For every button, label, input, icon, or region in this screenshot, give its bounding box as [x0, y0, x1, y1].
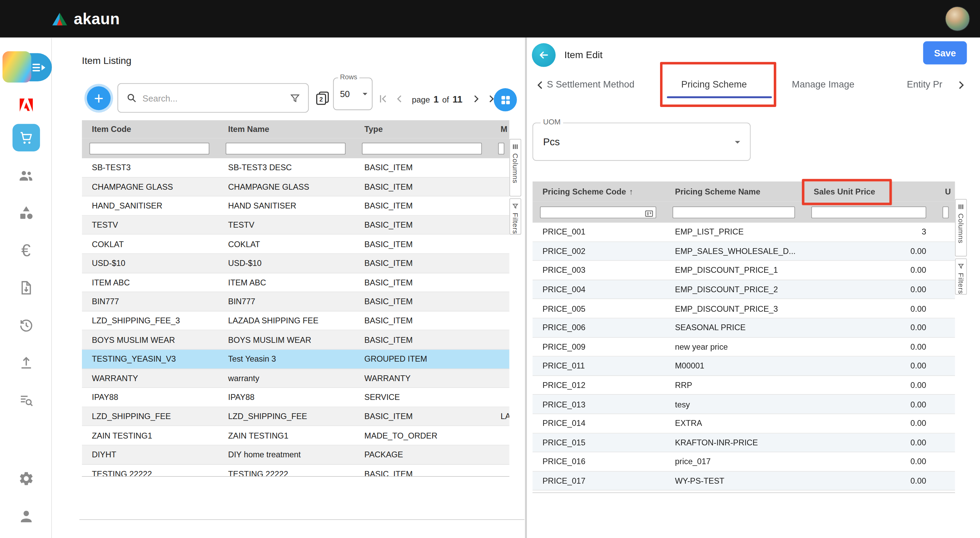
tabs-scroll-right-button[interactable] [955, 78, 968, 94]
tab-entity-pricing[interactable]: Entity Pr [907, 79, 942, 89]
table-row[interactable]: TESTVTESTVBASIC_ITEM [82, 216, 509, 235]
cell-name: ITEM ABC [218, 278, 355, 287]
sidebar-item-products[interactable] [0, 205, 52, 221]
table-row[interactable]: SB-TEST3SB-TEST3 DESCBASIC_ITEM [82, 158, 509, 177]
uom-select[interactable]: UOM Pcs [532, 123, 751, 161]
pagination: page 1 of 11 [375, 90, 500, 108]
next-page-button[interactable] [468, 91, 484, 106]
table-row[interactable]: USD-$10USD-$10BASIC_ITEM [82, 254, 509, 273]
table-row[interactable]: LZD_SHIPPING_FEE_3LAZADA SHIPPING FEEBAS… [82, 311, 509, 330]
table-row[interactable]: WARRANTYwarrantyWARRANTY [82, 369, 509, 388]
table-row[interactable]: PRICE_012RRP0.00 [532, 376, 955, 395]
filter-item-code-input[interactable] [89, 142, 209, 154]
table-row[interactable]: PRICE_005EMP_DISCOUNT_PRICE_30.00 [532, 299, 955, 319]
back-button[interactable] [532, 43, 556, 67]
save-button[interactable]: Save [923, 42, 967, 65]
sidebar-item-audit[interactable] [0, 393, 52, 409]
first-page-button[interactable] [375, 91, 391, 106]
sidebar-item-pos[interactable] [0, 124, 52, 152]
column-header-sales-unit-price[interactable]: Sales Unit Price [804, 187, 935, 196]
sidebar-item-upload[interactable] [0, 355, 52, 371]
rows-value: 50 [340, 89, 350, 99]
table-row[interactable]: PRICE_002EMP_SALES_WHOLESALE_D...0.00 [532, 242, 955, 261]
prev-page-button[interactable] [392, 91, 407, 106]
table-row[interactable]: PRICE_016price_0170.00 [532, 453, 955, 472]
column-header-type[interactable]: Type [355, 125, 491, 134]
filters-side-tab[interactable]: Filters [955, 259, 967, 295]
screen: akaun [0, 0, 980, 538]
cell-name: warranty [218, 373, 355, 383]
table-row[interactable]: PRICE_017WY-PS-TEST0.00 [532, 472, 955, 491]
cell-code: PRICE_013 [532, 399, 665, 409]
cell-price: 0.00 [804, 399, 935, 409]
contacts-icon [18, 167, 34, 184]
table-row[interactable]: PRICE_011M000010.00 [532, 357, 955, 376]
sidebar-item-adobe[interactable] [0, 96, 52, 115]
add-item-button[interactable]: + [87, 86, 111, 110]
table-row[interactable]: ITEM ABCITEM ABCBASIC_ITEM [82, 273, 509, 292]
table-row[interactable]: LZD_SHIPPING_FEELZD_SHIPPING_FEEBASIC_IT… [82, 407, 509, 426]
filter-scheme-name-input[interactable] [672, 206, 795, 218]
sidebar-item-currency[interactable]: € [0, 242, 52, 260]
table-row[interactable]: DIYHTDIY home treatmentPACKAGE [82, 445, 509, 465]
grid-view-button[interactable] [494, 88, 517, 112]
filter-clipped-input[interactable] [498, 142, 504, 154]
column-header-pricing-scheme-name[interactable]: Pricing Scheme Name [665, 187, 803, 196]
table-row[interactable]: TESTING_YEASIN_V3Test Yeasin 3GROUPED IT… [82, 350, 509, 369]
table-row[interactable]: ZAIN TESTING1ZAIN TESTING1MADE_TO_ORDER [82, 426, 509, 445]
tab-settlement-method[interactable]: S Settlement Method [547, 79, 635, 89]
sidebar-item-contacts[interactable] [0, 167, 52, 184]
cell-code: PRICE_014 [532, 419, 665, 428]
table-row[interactable]: PRICE_006SEASONAL PRICE0.00 [532, 319, 955, 338]
filter-icon[interactable] [289, 92, 301, 104]
cell-name: KRAFTON-INR-PRICE [665, 438, 803, 447]
table-row[interactable]: TESTING 22222TESTING 22222BASIC_ITEM [82, 465, 509, 477]
filter-sales-unit-price-input[interactable] [811, 206, 926, 218]
chevron-left-icon [533, 78, 547, 92]
table-row[interactable]: PRICE_013tesy0.00 [532, 395, 955, 414]
filters-side-tab[interactable]: Filters [509, 198, 522, 235]
file-import-icon [18, 279, 34, 296]
column-header-pricing-scheme-code[interactable]: Pricing Scheme Code↑ [532, 187, 665, 196]
filter-type-input[interactable] [362, 142, 482, 154]
table-row[interactable]: PRICE_003EMP_DISCOUNT_PRICE_10.00 [532, 261, 955, 280]
tab-pricing-scheme[interactable]: Pricing Scheme [681, 79, 747, 89]
search-input[interactable] [142, 93, 284, 103]
table-row[interactable]: PRICE_004EMP_DISCOUNT_PRICE_20.00 [532, 280, 955, 299]
tab-manage-image[interactable]: Manage Image [792, 79, 854, 89]
table-row[interactable]: BOYS MUSLIM WEARBOYS MUSLIM WEARBASIC_IT… [82, 330, 509, 350]
table-row[interactable]: BIN777BIN777BASIC_ITEM [82, 292, 509, 311]
column-header-clipped[interactable]: M [491, 125, 509, 134]
table-row[interactable]: IPAY88IPAY88SERVICE [82, 388, 509, 407]
sidebar-item-account[interactable] [0, 508, 52, 524]
columns-side-tab[interactable]: Columns [509, 139, 522, 196]
tabs-scroll-left-button[interactable] [533, 78, 547, 94]
multi-page-view-button[interactable]: 2 [315, 90, 331, 107]
rows-per-page-select[interactable]: Rows 50 [333, 78, 372, 110]
app-launcher[interactable] [0, 51, 52, 83]
sidebar-item-file-import[interactable] [0, 279, 52, 296]
user-avatar[interactable] [945, 7, 969, 31]
cell-code: PRICE_005 [532, 304, 665, 313]
filter-row [82, 139, 509, 159]
table-row[interactable]: PRICE_001EMP_LIST_PRICE3 [532, 223, 955, 242]
table-row[interactable]: PRICE_015KRAFTON-INR-PRICE0.00 [532, 433, 955, 453]
table-row[interactable]: HAND_SANITISERHAND SANITISERBASIC_ITEM [82, 196, 509, 216]
table-row[interactable]: PRICE_009new year price0.00 [532, 338, 955, 357]
cell-price: 0.00 [804, 266, 935, 275]
column-header-clipped[interactable]: U [935, 187, 955, 196]
filter-card-icon[interactable] [644, 209, 654, 218]
filter-scheme-code-input[interactable] [540, 206, 656, 218]
cell-name: IPAY88 [218, 393, 355, 402]
table-row[interactable]: COKLATCOKLATBASIC_ITEM [82, 235, 509, 254]
table-row[interactable]: CHAMPAGNE GLASSCHAMPAGNE GLASSBASIC_ITEM [82, 177, 509, 196]
cell-type: GROUPED ITEM [355, 354, 491, 363]
sidebar-item-history[interactable] [0, 317, 52, 334]
table-row[interactable]: PRICE_014EXTRA0.00 [532, 414, 955, 433]
filter-clipped-input[interactable] [942, 206, 948, 218]
sidebar-item-settings[interactable] [0, 470, 52, 487]
columns-side-tab[interactable]: Columns [955, 199, 967, 256]
column-header-item-name[interactable]: Item Name [218, 125, 355, 134]
column-header-item-code[interactable]: Item Code [82, 125, 218, 134]
filter-item-name-input[interactable] [226, 142, 345, 154]
